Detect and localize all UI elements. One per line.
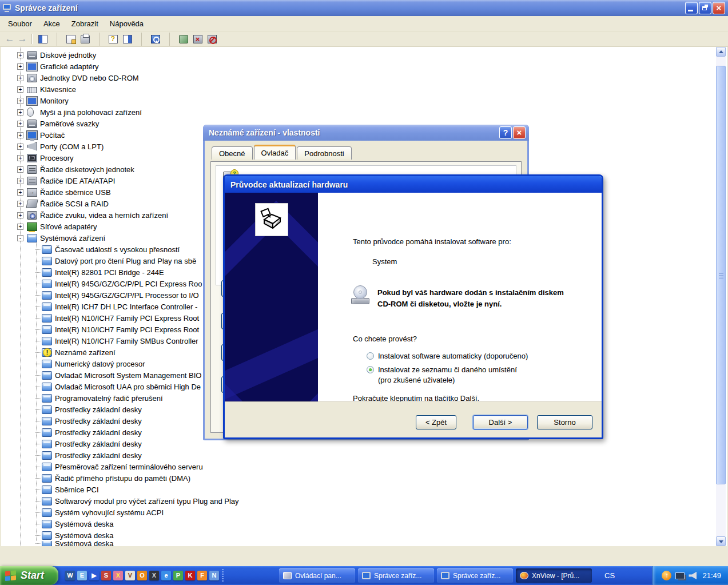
scroll-up-icon[interactable] — [716, 47, 726, 57]
help-button[interactable]: ? — [99, 33, 120, 46]
tree-branch-stub — [35, 318, 41, 319]
radio-label[interactable]: Instalovat software automaticky (doporuč… — [378, 352, 528, 360]
tree-item[interactable]: + Klávesnice — [1, 83, 716, 95]
language-indicator[interactable]: CS — [600, 569, 619, 582]
start-button[interactable]: Start — [0, 566, 58, 585]
task-button[interactable]: Správce zaříz... — [437, 568, 513, 583]
tree-item-label: Systémová deska — [55, 541, 114, 546]
expand-toggle[interactable]: + — [17, 86, 23, 93]
vertical-scrollbar[interactable] — [716, 47, 726, 546]
outlook-express-icon[interactable]: E — [77, 571, 87, 580]
xnview-icon[interactable]: X — [113, 571, 123, 580]
expand-toggle[interactable]: + — [17, 132, 23, 138]
tab[interactable]: Ovladač — [254, 145, 296, 160]
update-driver-button[interactable] — [141, 33, 162, 46]
close-button[interactable]: × — [713, 2, 725, 14]
radio-label[interactable]: Instalovat ze seznamu či daného umístění — [378, 365, 517, 374]
properties-close-button[interactable]: × — [513, 126, 526, 139]
taskbar-divider — [222, 569, 224, 583]
task-button[interactable]: XnView - [Prů... — [516, 568, 592, 583]
context-help-button[interactable]: ? — [499, 126, 512, 139]
expand-toggle[interactable]: + — [17, 155, 23, 161]
expand-toggle[interactable]: + — [17, 178, 23, 184]
tree-item[interactable]: + Diskové jednotky — [1, 49, 716, 61]
tree-item[interactable]: Softwarový modul pro výčet zařízení typu… — [1, 495, 716, 507]
radio-button[interactable] — [367, 366, 374, 373]
tree-item[interactable]: Systémová deska — [1, 518, 716, 530]
tree-item[interactable]: Sběrnice PCI — [1, 484, 716, 495]
action-pane-toggle-button[interactable] — [120, 33, 134, 46]
menu-item[interactable]: Nápověda — [104, 17, 149, 30]
paint-brush-icon[interactable]: V — [125, 571, 135, 580]
tree-item[interactable]: + Monitory — [1, 95, 716, 106]
device-icon — [42, 405, 52, 414]
scroll-down-icon[interactable] — [716, 536, 726, 546]
properties-titlebar[interactable]: Neznámé zařízení - vlastnosti ? × — [203, 125, 529, 141]
uninstall-device-button[interactable]: × — [190, 33, 205, 46]
tree-item[interactable]: Prostředky základní desky — [1, 449, 716, 461]
expand-toggle[interactable]: + — [17, 212, 23, 218]
restore-button[interactable] — [699, 2, 711, 14]
tree-branch-stub — [35, 261, 41, 261]
menu-item[interactable]: Akce — [38, 17, 66, 30]
expand-toggle[interactable]: + — [17, 98, 23, 104]
tree-item[interactable]: + Jednotky DVD nebo CD-ROM — [1, 72, 716, 83]
menu-item[interactable]: Soubor — [2, 17, 38, 30]
expand-toggle[interactable]: - — [17, 235, 23, 241]
disable-device-button[interactable] — [205, 33, 219, 46]
tree-item-label: Paměťové svazky — [40, 120, 99, 128]
notes-icon[interactable]: N — [209, 571, 219, 580]
radio-button[interactable] — [367, 352, 374, 360]
expand-toggle[interactable]: + — [17, 109, 23, 116]
tree-item[interactable]: Řadič přímého přístupu do paměti (DMA) — [1, 472, 716, 484]
expand-toggle[interactable]: + — [17, 144, 23, 150]
scan-hardware-changes-button[interactable] — [169, 33, 190, 46]
expand-toggle[interactable]: + — [17, 75, 23, 81]
properties-button[interactable] — [57, 33, 78, 46]
expand-toggle[interactable]: + — [17, 189, 23, 196]
internet-explorer-icon[interactable]: e — [161, 571, 171, 580]
volume-tray-icon[interactable] — [689, 572, 697, 580]
task-button[interactable]: Ovládací pan... — [279, 568, 355, 583]
expand-toggle[interactable]: + — [17, 201, 23, 207]
expand-toggle[interactable]: + — [17, 224, 23, 230]
expand-toggle[interactable]: + — [17, 121, 23, 127]
picasa-icon[interactable]: P — [173, 571, 183, 580]
tree-item[interactable]: Systémová deska — [1, 530, 716, 541]
tree-item[interactable]: + Grafické adaptéry — [1, 61, 716, 72]
k-app-icon[interactable]: K — [185, 571, 195, 580]
word-icon[interactable]: W — [65, 571, 75, 580]
network-tray-icon[interactable] — [675, 572, 685, 579]
expand-toggle[interactable]: + — [17, 166, 23, 173]
console-tree-toggle-button[interactable] — [35, 33, 50, 46]
expand-toggle[interactable]: + — [17, 63, 23, 70]
next-button[interactable]: Další > — [473, 415, 528, 429]
forward-icon[interactable]: → — [16, 33, 29, 45]
tree-item[interactable]: Systémová deska — [1, 541, 716, 546]
menu-item[interactable]: Zobrazit — [66, 17, 104, 30]
tab[interactable]: Podrobnosti — [297, 146, 351, 160]
tree-item[interactable]: Přesměrovač zařízení terminálového serve… — [1, 461, 716, 472]
task-button[interactable]: Správce zaříz... — [358, 568, 434, 583]
floppy-save-icon[interactable]: S — [101, 571, 111, 580]
back-button[interactable]: < Zpět — [416, 415, 456, 429]
wizard-titlebar[interactable]: Průvodce aktualizací hardwaru — [225, 176, 602, 193]
minimize-button[interactable] — [685, 2, 698, 14]
taskbar: Start WE▶SXVOXePKFN Ovládací pan... Sprá… — [0, 566, 728, 585]
expand-toggle[interactable]: + — [17, 52, 23, 58]
print-button[interactable] — [78, 33, 92, 46]
openoffice-icon[interactable]: O — [137, 571, 147, 580]
firefox-icon[interactable]: F — [197, 571, 207, 580]
windows-update-tray-icon[interactable]: ↑ — [662, 571, 671, 580]
tab[interactable]: Obecné — [212, 146, 253, 160]
x-app-icon[interactable]: X — [149, 571, 159, 580]
device-manager-titlebar[interactable]: Správce zařízení × — [0, 0, 728, 16]
tree-item[interactable]: Systém vyhovující systému ACPI — [1, 507, 716, 518]
tree-item-label: Porty (COM a LPT) — [40, 142, 104, 151]
cancel-button[interactable]: Storno — [537, 415, 592, 429]
taskbar-clock: 21:49 — [702, 571, 721, 580]
back-icon[interactable]: ← — [3, 33, 16, 45]
tree-item[interactable]: + Myši a jiná polohovací zařízení — [1, 106, 716, 118]
scrollbar-thumb[interactable] — [716, 66, 726, 484]
media-player-icon[interactable]: ▶ — [89, 571, 99, 580]
